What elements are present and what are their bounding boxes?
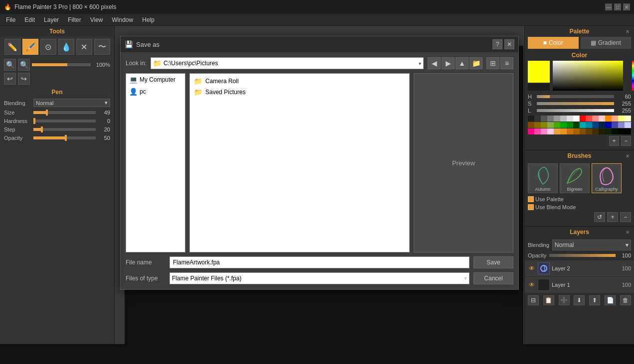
undo-btn[interactable]: ↩: [4, 73, 16, 85]
cancel-button[interactable]: Cancel: [474, 272, 513, 284]
palette-cell[interactable]: [625, 116, 631, 121]
main-color-swatch[interactable]: [528, 61, 550, 83]
gradient-tab[interactable]: ▦ Gradient: [581, 37, 632, 49]
menu-window[interactable]: Window: [108, 15, 138, 24]
brush-bigreen[interactable]: Bigreen: [560, 163, 590, 193]
palette-cell[interactable]: [592, 122, 599, 128]
palette-cell[interactable]: [612, 116, 618, 121]
layer-item-1[interactable]: 👁 Layer 1 100: [525, 277, 634, 293]
palette-cell[interactable]: [612, 122, 618, 128]
eraser-tool-btn[interactable]: ⊙: [40, 39, 56, 55]
palette-cell[interactable]: [592, 128, 599, 134]
layers-opacity-slider[interactable]: [549, 254, 616, 257]
color-tab[interactable]: ■ Color: [528, 37, 579, 49]
file-camera-roll[interactable]: 📁 Camera Roll: [192, 76, 407, 87]
add-brush-btn[interactable]: +: [607, 212, 618, 222]
s-slider[interactable]: [537, 102, 614, 105]
layer-down-btn[interactable]: ⬇: [574, 295, 585, 305]
palette-cell[interactable]: [547, 116, 554, 121]
zoom-in-btn[interactable]: 🔍: [18, 59, 30, 71]
palette-cell[interactable]: [618, 128, 625, 134]
use-blend-mode-checkbox[interactable]: [528, 204, 534, 210]
palette-cell[interactable]: [618, 122, 625, 128]
palette-cell[interactable]: [580, 128, 586, 134]
palette-cell[interactable]: [567, 122, 573, 128]
layer-up-btn[interactable]: ⬆: [589, 295, 600, 305]
remove-color-btn[interactable]: −: [621, 136, 631, 146]
color-picker-area[interactable]: [553, 61, 631, 91]
filename-input[interactable]: [169, 256, 470, 268]
palette-cell[interactable]: [592, 116, 599, 121]
menu-edit[interactable]: Edit: [20, 15, 39, 24]
palette-cell[interactable]: [528, 116, 534, 121]
size-slider[interactable]: [33, 111, 96, 114]
pen-tool-btn[interactable]: ✏️: [4, 39, 20, 55]
wave-tool-btn[interactable]: 〜: [94, 39, 110, 55]
palette-cell[interactable]: [554, 116, 560, 121]
palette-cell[interactable]: [567, 128, 573, 134]
palette-cell[interactable]: [625, 128, 631, 134]
palette-cell[interactable]: [534, 128, 541, 134]
nav-new-folder-btn[interactable]: 📁: [470, 57, 482, 69]
use-blend-mode-option[interactable]: Use Blend Mode: [528, 204, 576, 210]
brush-calligraphy[interactable]: Calligraphy: [592, 163, 622, 193]
use-palette-option[interactable]: Use Palette: [528, 196, 564, 202]
palette-cell[interactable]: [541, 116, 547, 121]
layer-item-2[interactable]: 👁 Layer 2 100: [525, 260, 634, 277]
path-combo[interactable]: 📁 C:\Users\pc\Pictures ▾: [151, 57, 424, 69]
palette-cell[interactable]: [560, 122, 567, 128]
add-color-btn[interactable]: +: [609, 136, 619, 146]
palette-cell[interactable]: [605, 122, 612, 128]
blending-dropdown[interactable]: Normal ▾: [33, 99, 110, 107]
step-slider[interactable]: [33, 128, 96, 131]
file-saved-pictures[interactable]: 📁 Saved Pictures: [192, 87, 407, 98]
maximize-button[interactable]: □: [614, 3, 621, 10]
palette-cell[interactable]: [573, 122, 580, 128]
view-icons-btn[interactable]: ⊞: [486, 57, 499, 69]
palette-cell[interactable]: [605, 128, 612, 134]
nav-up-btn[interactable]: ▲: [456, 57, 469, 69]
palette-cell[interactable]: [599, 128, 605, 134]
palette-cell[interactable]: [618, 116, 625, 121]
flame-tool-btn[interactable]: 🖌️: [22, 39, 38, 55]
dropper-tool-btn[interactable]: 💧: [58, 39, 74, 55]
use-palette-checkbox[interactable]: [528, 196, 534, 202]
palette-cell[interactable]: [586, 128, 592, 134]
view-list-btn[interactable]: ≡: [500, 57, 513, 69]
zoom-out-btn[interactable]: 🔍: [4, 59, 16, 71]
palette-cell[interactable]: [586, 116, 592, 121]
folder-pc[interactable]: 👤 pc: [126, 86, 185, 98]
menu-view[interactable]: View: [86, 15, 107, 24]
palette-cell[interactable]: [599, 116, 605, 121]
palette-cell[interactable]: [586, 122, 592, 128]
dialog-close-btn[interactable]: ✕: [504, 39, 514, 49]
brushes-close-btn[interactable]: ✕: [624, 152, 631, 159]
palette-cell[interactable]: [534, 122, 541, 128]
menu-help[interactable]: Help: [138, 15, 158, 24]
layer-lock-btn[interactable]: ⊟: [528, 295, 539, 305]
hardness-slider[interactable]: [33, 120, 96, 122]
palette-cell[interactable]: [554, 128, 560, 134]
palette-cell[interactable]: [580, 122, 586, 128]
l-slider[interactable]: [537, 109, 614, 112]
nav-back-btn[interactable]: ◀: [428, 57, 441, 69]
opacity-slider[interactable]: [33, 136, 96, 139]
palette-cell[interactable]: [560, 128, 567, 134]
palette-cell[interactable]: [573, 128, 580, 134]
zoom-slider[interactable]: [32, 63, 91, 66]
palette-cell[interactable]: [541, 122, 547, 128]
layer-2-visibility-btn[interactable]: 👁: [528, 264, 536, 272]
layer-add-btn[interactable]: ➕: [559, 295, 570, 305]
palette-cell[interactable]: [528, 128, 534, 134]
palette-cell[interactable]: [547, 128, 554, 134]
dialog-help-btn[interactable]: ?: [492, 39, 502, 49]
folder-my-computer[interactable]: 💻 My Computer: [126, 74, 185, 86]
palette-cell[interactable]: [580, 116, 586, 121]
h-slider[interactable]: [537, 95, 614, 98]
layer-merge-btn[interactable]: 📄: [605, 295, 616, 305]
palette-cell[interactable]: [612, 128, 618, 134]
layers-close-btn[interactable]: ✕: [624, 229, 631, 236]
palette-cell[interactable]: [547, 122, 554, 128]
menu-filter[interactable]: Filter: [64, 15, 85, 24]
palette-cell[interactable]: [541, 128, 547, 134]
